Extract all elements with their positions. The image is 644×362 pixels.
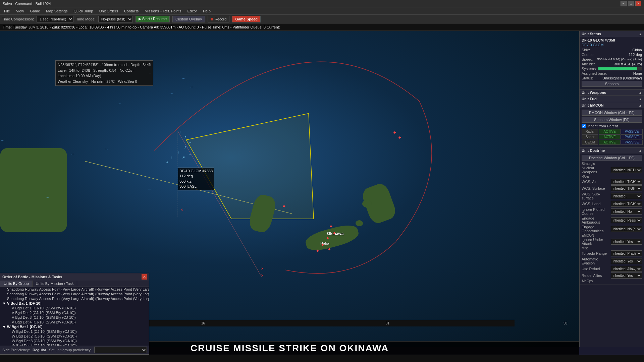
unit-doctrine-collapse[interactable]: ▲	[639, 149, 642, 153]
menu-map-settings[interactable]: Map Settings	[43, 8, 70, 14]
red-unit-5[interactable]: ◆	[332, 230, 337, 235]
menu-view[interactable]: View	[13, 8, 27, 14]
unit-icon-12[interactable]: ↑	[178, 130, 182, 134]
unit-emcon-collapse[interactable]: ▲	[639, 104, 642, 107]
refuel-allies-select[interactable]: Inherited, Yes	[611, 273, 642, 279]
unit-icon-13[interactable]: ↗	[183, 135, 187, 139]
compression-select[interactable]: 1 sec (real-time)	[37, 16, 73, 22]
red-unit-6[interactable]: ◆	[325, 235, 330, 240]
emcon-window-button[interactable]: EMCON Window (Ctrl + F9)	[582, 110, 642, 116]
wcs-air-select[interactable]: Inherited, TIGHT -1	[611, 179, 642, 185]
emcon-radar-label: Radar	[582, 129, 598, 134]
oob-list-item[interactable]: Shaodong Runway Access Point (Very Large…	[0, 296, 149, 301]
unit-icon-14[interactable]: →	[188, 140, 193, 144]
unit-icon-3[interactable]: ⌒	[181, 78, 186, 82]
emcon-radar-active[interactable]: ACTIVE	[599, 129, 621, 134]
red-unit-3[interactable]: ◆	[282, 203, 286, 208]
oob-list-item[interactable]: W Bgd Det 1 [CJ-10] (SSM Bty (CJ-10))	[0, 329, 149, 334]
auto-evasion-select[interactable]: Inherited, Yes	[611, 258, 642, 264]
oob-close-button[interactable]: ✕	[142, 274, 147, 280]
proficiency-select[interactable]	[94, 347, 147, 353]
unit-icon-18[interactable]: ↗	[181, 155, 186, 160]
inherit-checkbox[interactable]	[582, 124, 586, 128]
unit-icon-7[interactable]: ⌒	[104, 148, 109, 153]
window-controls[interactable]: − □ ✕	[621, 1, 641, 6]
oob-list-item[interactable]: V Bgd Det 4 [CJ-10] (SSM Bty (CJ-10))	[0, 320, 149, 324]
red-unit-7[interactable]: ◆	[320, 242, 325, 247]
menu-contacts[interactable]: Contacts	[121, 8, 141, 14]
sensors-window-button[interactable]: Sensors Window (F9)	[582, 117, 642, 123]
unit-weapons-collapse[interactable]: ▲	[639, 91, 642, 95]
oob-list-item[interactable]: V Bgd Det 3 [CJ-10] (SSM Bty (CJ-10))	[0, 315, 149, 320]
menu-file[interactable]: File	[1, 8, 13, 14]
emcon-sonar-passive[interactable]: PASSIVE	[621, 134, 643, 139]
menu-missions-ref-points[interactable]: Missions + Ref. Points	[142, 8, 184, 14]
doctrine-window-button[interactable]: Doctrine Window (Ctrl + F9)	[582, 155, 642, 161]
custom-overlay-button[interactable]: Custom Overlay	[172, 16, 205, 22]
oob-list-item[interactable]: ▼ V Bgd Bat 1 [DF-10]	[0, 301, 149, 306]
oob-tab-units-mission[interactable]: Units By Mission / Task	[33, 281, 77, 287]
oob-list-item[interactable]: Shaodong Runway Access Point (Very Large…	[0, 287, 149, 292]
emcon-sonar-active[interactable]: ACTIVE	[599, 134, 621, 139]
unit-icon-19[interactable]: ↑	[169, 155, 174, 160]
oob-list-item[interactable]: W Bgd Det 3 [CJ-10] (SSM Bty (CJ-10))	[0, 339, 149, 343]
oob-list-item[interactable]: V Bgd Det 2 [CJ-10] (SSM Bty (CJ-10))	[0, 310, 149, 315]
menu-editor[interactable]: Editor	[184, 8, 200, 14]
use-refuel-select[interactable]: Inherited, Allow, but	[611, 266, 642, 272]
wcs-subsurface-select[interactable]: Inherited,	[611, 193, 642, 199]
unit-icon-17[interactable]: →	[188, 152, 193, 156]
emcon-oecm-active[interactable]: ACTIVE	[599, 140, 621, 145]
red-unit-2[interactable]: ◆	[397, 135, 402, 139]
systems-bar	[598, 67, 642, 70]
unit-icon-10[interactable]: ⌒	[148, 188, 152, 193]
red-unit-8[interactable]: ◆	[315, 248, 320, 253]
oob-list-item[interactable]: W Bgd Det 2 [CJ-10] (SSM Bty (CJ-10))	[0, 334, 149, 339]
oob-list-item[interactable]: V Bgd Det 1 [CJ-10] (SSM Bty (CJ-10))	[0, 306, 149, 310]
mode-select[interactable]: No-pulse (fast)	[98, 16, 133, 22]
unit-icon-9[interactable]: ⌒	[0, 140, 5, 144]
oob-list[interactable]: Shaodong Runway Access Point (Very Large…	[0, 287, 149, 346]
unit-icon-15[interactable]: ↗	[183, 145, 187, 149]
menu-quick-jump[interactable]: Quick Jump	[71, 8, 96, 14]
unit-icon-11[interactable]: ⌒	[45, 197, 50, 201]
unit-icon-5[interactable]: ⌒	[169, 93, 174, 98]
engage-opp-label: Engage Opportunities	[582, 225, 610, 233]
emcon-radar-passive[interactable]: PASSIVE	[621, 129, 643, 134]
start-resume-button[interactable]: ▶ Start / Resume	[136, 16, 170, 22]
unit-type-link[interactable]: DF-10 GLCM	[582, 43, 642, 47]
red-unit-9[interactable]: ◆	[327, 246, 332, 251]
unit-icon-8[interactable]: ⌒	[70, 153, 75, 158]
red-unit-4[interactable]: ◆	[329, 224, 333, 228]
record-button[interactable]: Record	[208, 16, 229, 22]
unit-icon-4[interactable]: ⌒	[190, 86, 194, 91]
game-speed-button[interactable]: Game Speed	[232, 16, 261, 22]
unit-fuel-section: Unit Fuel ▲	[580, 96, 644, 102]
ignore-plotted-select[interactable]: Inherited, No	[611, 208, 642, 215]
wcs-land-select[interactable]: Inherited, TIGHT -1	[611, 201, 642, 207]
oob-list-item[interactable]: ▼ W Bgd Bat 1 [DF-10]	[0, 324, 149, 329]
unit-status-collapse[interactable]: ▲	[639, 32, 642, 36]
unit-icon-20[interactable]: ↗	[164, 160, 169, 165]
oob-list-item[interactable]: W Bgd Det 4 [CJ-10] (SSM Bty (CJ-10))	[0, 343, 149, 346]
engage-ambiguous-select[interactable]: Inherited, Pessimist	[611, 217, 642, 223]
oob-list-item[interactable]: Shaodong Runway Access Point (Very Large…	[0, 292, 149, 296]
maximize-button[interactable]: □	[628, 1, 634, 6]
menu-unit-orders[interactable]: Unit Orders	[97, 8, 121, 14]
oob-tab-units-group[interactable]: Units By Group	[0, 281, 33, 287]
unit-icon-16[interactable]: ↑	[176, 150, 181, 155]
emcon-oecm-passive[interactable]: PASSIVE	[621, 140, 643, 145]
menu-help[interactable]: Help	[200, 8, 213, 14]
ignore-under-label: Ignore Under Attack	[582, 238, 610, 246]
red-unit-1[interactable]: ◆	[392, 130, 397, 134]
unit-icon-6[interactable]: ⌒	[117, 103, 122, 108]
torpedo-select[interactable]: Inherited, Practical r	[611, 250, 642, 256]
sensors-button[interactable]: Sensors	[582, 81, 642, 87]
menu-game[interactable]: Game	[27, 8, 43, 14]
wcs-surface-select[interactable]: Inherited, TIGHT -1	[611, 185, 642, 191]
nuclear-weapons-select[interactable]: Inherited, NOT GRA	[611, 167, 642, 173]
minimize-button[interactable]: −	[621, 1, 627, 6]
ignore-under-select[interactable]: Inherited, Yes	[611, 239, 642, 245]
unit-fuel-collapse[interactable]: ▲	[639, 97, 642, 101]
close-button[interactable]: ✕	[635, 1, 641, 6]
engage-opp-select[interactable]: Inherited, No (enga)	[611, 226, 642, 232]
